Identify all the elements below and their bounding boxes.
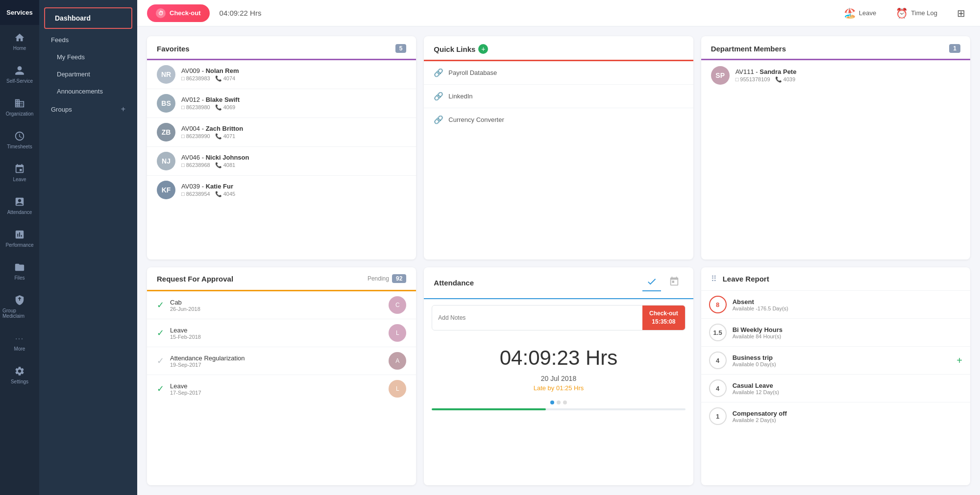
favorites-body: NR AV009 - Nolan Rem □ 86238983 📞 4074 B… (147, 60, 416, 204)
att-tab-calendar[interactable] (665, 274, 684, 291)
menu-announcements[interactable]: Announcements (39, 83, 137, 100)
attendance-icon (14, 196, 25, 208)
favorites-card: Favorites 5 NR AV009 - Nolan Rem □ 86238… (147, 36, 416, 259)
sidebar-settings[interactable]: Settings (0, 358, 39, 391)
menu-feeds[interactable]: Feeds (39, 31, 137, 48)
approval-date: 17-Sep-2017 (170, 390, 201, 396)
approval-info: Leave 17-Sep-2017 (170, 382, 201, 396)
leave-avail: Available 84 Hour(s) (733, 333, 783, 339)
sidebar-timesheets[interactable]: Timesheets (0, 123, 39, 156)
sidebar-organization[interactable]: Organization (0, 91, 39, 123)
timesheets-icon (14, 130, 25, 142)
apps-icon: ⊞ (957, 7, 965, 19)
fav-contact: □ 86238980 📞 4069 (181, 104, 240, 111)
menu-my-feeds[interactable]: My Feeds (39, 48, 137, 66)
favorite-item[interactable]: KF AV039 - Katie Fur □ 86238954 📞 4045 (147, 176, 416, 204)
link-icon: 🔗 (434, 115, 443, 124)
leave-action-label: Leave (859, 9, 876, 17)
favorites-badge: 5 (395, 44, 407, 53)
favorite-item[interactable]: ZB AV004 - Zach Britton □ 86238990 📞 407… (147, 118, 416, 147)
leave-type: Casual Leave (733, 382, 779, 389)
notes-input[interactable] (432, 310, 642, 325)
sidebar-performance[interactable]: Performance (0, 222, 39, 255)
main-content: ⏱ Check-out 04:09:22 Hrs 🏖️ Leave ⏰ Time… (137, 0, 980, 495)
request-approval-card: Request For Approval Pending 92 ✓ Cab 26… (147, 267, 416, 485)
approval-item[interactable]: ✓ Leave 15-Feb-2018 L (147, 319, 416, 347)
favorite-item[interactable]: BS AV012 - Blake Swift □ 86238980 📞 4069 (147, 89, 416, 118)
attendance-header: Attendance (424, 267, 693, 299)
fav-ext: 📞 4071 (215, 133, 236, 140)
approval-avatar: C (389, 296, 406, 314)
favorites-title: Favorites (157, 45, 190, 53)
apps-action[interactable]: ⊞ (952, 4, 970, 22)
leave-action[interactable]: 🏖️ Leave (839, 4, 881, 22)
timer-icon: ⏱ (156, 8, 166, 18)
sidebar-self-service[interactable]: Self-Service (0, 58, 39, 91)
quick-link-item[interactable]: 🔗 LinkedIn (424, 85, 693, 108)
approval-item[interactable]: ✓ Cab 26-Jun-2018 C (147, 291, 416, 319)
quick-link-item[interactable]: 🔗 Payroll Database (424, 61, 693, 85)
leave-info: Casual Leave Available 12 Day(s) (733, 382, 779, 395)
attendance-late: Late by 01:25 Hrs (424, 384, 693, 397)
menu-dashboard[interactable]: Dashboard (44, 7, 132, 29)
leave-type: Business trip (733, 354, 776, 361)
dept-contact: □ 9551378109 📞 4039 (735, 76, 797, 83)
leave-type: Bi Weekly Hours (733, 326, 783, 333)
approval-item[interactable]: ✓ Leave 17-Sep-2017 L (147, 375, 416, 402)
fav-contact: □ 86238990 📞 4071 (181, 133, 243, 140)
quick-link-item[interactable]: 🔗 Currency Converter (424, 108, 693, 131)
att-dot-2 (557, 401, 561, 404)
fav-name: AV012 - Blake Swift (181, 96, 240, 103)
quick-links-header: Quick Links + (424, 36, 693, 61)
menu-department[interactable]: Department (39, 66, 137, 83)
self-service-icon (14, 65, 25, 76)
att-tab-checkin[interactable] (642, 274, 661, 291)
sidebar-group-mediclaim[interactable]: Group Mediclaim (0, 287, 39, 326)
check-icon: ✓ (157, 300, 164, 310)
leave-report-header: ⠿ Leave Report (701, 267, 970, 291)
fav-phone: □ 86238983 (181, 75, 210, 82)
fav-info: AV009 - Nolan Rem □ 86238983 📞 4074 (181, 67, 239, 82)
approval-type: Leave (170, 382, 201, 390)
quick-links-add[interactable]: + (478, 44, 488, 54)
favorite-item[interactable]: NJ AV046 - Nicki Johnson □ 86238968 📞 40… (147, 147, 416, 176)
timelog-action[interactable]: ⏰ Time Log (891, 4, 942, 22)
groups-add-icon[interactable]: + (121, 105, 125, 114)
settings-icon (14, 365, 25, 377)
attendance-tabs (642, 274, 684, 291)
leave-report-card: ⠿ Leave Report 8 Absent Available -176.5… (701, 267, 970, 485)
sidebar-files[interactable]: Files (0, 255, 39, 287)
menu-groups[interactable]: Groups + (39, 100, 137, 118)
favorite-item[interactable]: NR AV009 - Nolan Rem □ 86238983 📞 4074 (147, 60, 416, 89)
leave-badge: 1 (709, 407, 727, 425)
sidebar-menu: Dashboard Feeds My Feeds Department Anno… (39, 0, 137, 495)
checkout-now-button[interactable]: Check-out 15:35:08 (642, 306, 685, 330)
fav-name: AV004 - Zach Britton (181, 125, 243, 132)
leave-item: 8 Absent Available -176.5 Day(s) (701, 291, 970, 319)
leave-item: 4 Business trip Available 0 Day(s) + (701, 347, 970, 375)
leave-info: Bi Weekly Hours Available 84 Hour(s) (733, 326, 783, 339)
attendance-progress-bar (432, 408, 546, 410)
fav-info: AV004 - Zach Britton □ 86238990 📞 4071 (181, 125, 243, 140)
sidebar-attendance[interactable]: Attendance (0, 189, 39, 222)
sidebar-leave[interactable]: Leave (0, 156, 39, 189)
attendance-progress (432, 408, 685, 410)
sidebar-more[interactable]: ··· More (0, 326, 39, 358)
approval-date: 26-Jun-2018 (170, 306, 200, 312)
sidebar-home[interactable]: Home (0, 25, 39, 58)
check-icon: ✓ (157, 383, 164, 394)
leave-avail: Available 0 Day(s) (733, 361, 776, 367)
checkout-button[interactable]: ⏱ Check-out (147, 4, 210, 22)
quick-links-body: 🔗 Payroll Database 🔗 LinkedIn 🔗 Currency… (424, 61, 693, 131)
sidebar-services[interactable]: Services (0, 0, 39, 25)
leave-plus-icon[interactable]: + (956, 355, 962, 366)
att-dot-3 (563, 401, 567, 404)
timelog-action-icon: ⏰ (896, 7, 908, 19)
pending-count: 92 (392, 274, 406, 283)
approval-avatar: L (389, 324, 406, 342)
leave-type: Absent (733, 298, 788, 306)
dept-member[interactable]: SP AV111 - Sandra Pete □ 9551378109 📞 40… (701, 60, 970, 91)
attendance-title: Attendance (434, 279, 474, 287)
fav-name: AV046 - Nicki Johnson (181, 154, 249, 161)
approval-item[interactable]: ✓ Attendance Regularization 19-Sep-2017 … (147, 347, 416, 375)
